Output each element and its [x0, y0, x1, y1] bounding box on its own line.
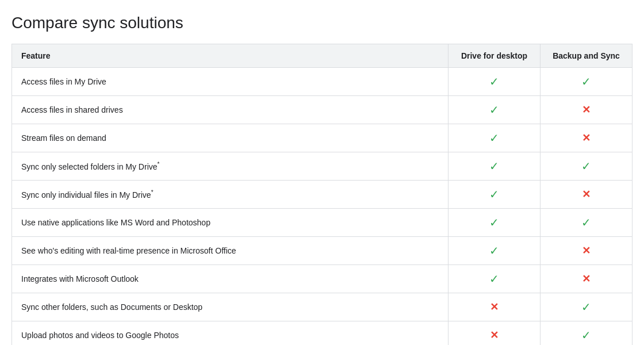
- drive-desktop-cell: ✓: [448, 181, 540, 209]
- backup-sync-cell: ✕: [540, 181, 632, 209]
- backup-sync-cell: ✓: [540, 293, 632, 321]
- drive-desktop-cell: ✓: [448, 237, 540, 265]
- feature-cell: Access files in My Drive: [12, 68, 448, 96]
- table-row: Integrates with Microsoft Outlook✓✕: [12, 265, 632, 293]
- drive-desktop-cell: ✓: [448, 68, 540, 96]
- backup-sync-cell: ✕: [540, 124, 632, 152]
- feature-cell: Access files in shared drives: [12, 96, 448, 124]
- backup-sync-cell: ✕: [540, 96, 632, 124]
- table-row: Use native applications like MS Word and…: [12, 209, 632, 237]
- table-row: Sync only individual files in My Drive*✓…: [12, 181, 632, 209]
- backup-sync-cell: ✓: [540, 152, 632, 181]
- drive-desktop-cell: ✕: [448, 293, 540, 321]
- drive-desktop-cell: ✕: [448, 321, 540, 346]
- table-row: Sync only selected folders in My Drive*✓…: [12, 152, 632, 181]
- page-title: Compare sync solutions: [12, 14, 632, 32]
- col-header-feature: Feature: [12, 44, 448, 68]
- table-row: See who's editing with real-time presenc…: [12, 237, 632, 265]
- comparison-table: Feature Drive for desktop Backup and Syn…: [12, 44, 632, 345]
- feature-cell: See who's editing with real-time presenc…: [12, 237, 448, 265]
- drive-desktop-cell: ✓: [448, 124, 540, 152]
- drive-desktop-cell: ✓: [448, 265, 540, 293]
- backup-sync-cell: ✓: [540, 209, 632, 237]
- col-header-backup-sync: Backup and Sync: [540, 44, 632, 68]
- feature-cell: Sync only individual files in My Drive*: [12, 181, 448, 209]
- backup-sync-cell: ✕: [540, 237, 632, 265]
- drive-desktop-cell: ✓: [448, 209, 540, 237]
- table-row: Stream files on demand✓✕: [12, 124, 632, 152]
- backup-sync-cell: ✓: [540, 68, 632, 96]
- table-row: Sync other folders, such as Documents or…: [12, 293, 632, 321]
- feature-cell: Upload photos and videos to Google Photo…: [12, 321, 448, 346]
- table-row: Upload photos and videos to Google Photo…: [12, 321, 632, 346]
- col-header-drive-desktop: Drive for desktop: [448, 44, 540, 68]
- feature-cell: Integrates with Microsoft Outlook: [12, 265, 448, 293]
- drive-desktop-cell: ✓: [448, 152, 540, 181]
- table-header-row: Feature Drive for desktop Backup and Syn…: [12, 44, 632, 68]
- drive-desktop-cell: ✓: [448, 96, 540, 124]
- feature-cell: Use native applications like MS Word and…: [12, 209, 448, 237]
- feature-cell: Stream files on demand: [12, 124, 448, 152]
- feature-cell: Sync other folders, such as Documents or…: [12, 293, 448, 321]
- table-row: Access files in shared drives✓✕: [12, 96, 632, 124]
- table-row: Access files in My Drive✓✓: [12, 68, 632, 96]
- backup-sync-cell: ✕: [540, 265, 632, 293]
- backup-sync-cell: ✓: [540, 321, 632, 346]
- feature-cell: Sync only selected folders in My Drive*: [12, 152, 448, 181]
